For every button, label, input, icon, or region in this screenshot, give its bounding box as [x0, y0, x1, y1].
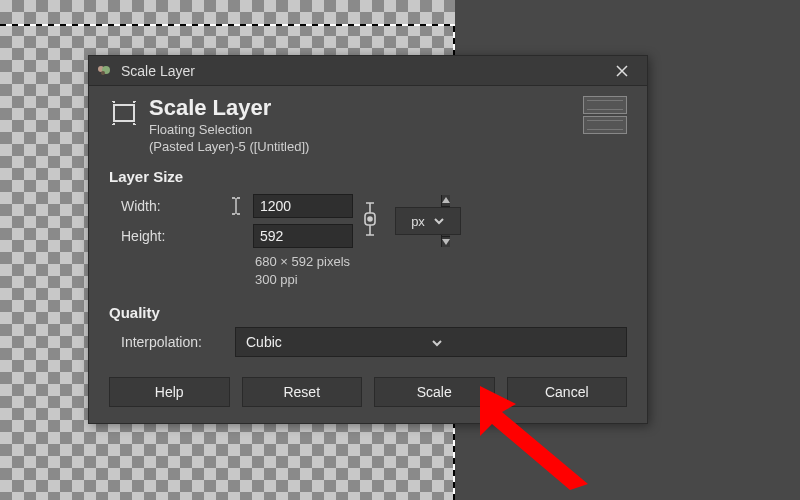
- layer-size-heading: Layer Size: [109, 168, 627, 185]
- interpolation-label: Interpolation:: [109, 334, 235, 350]
- height-step-down[interactable]: [442, 237, 450, 248]
- header-title: Scale Layer: [149, 96, 309, 120]
- chevron-down-icon: [433, 215, 445, 227]
- scale-button[interactable]: Scale: [374, 377, 495, 407]
- interpolation-value: Cubic: [246, 334, 431, 350]
- svg-point-5: [368, 217, 372, 221]
- cancel-button[interactable]: Cancel: [507, 377, 628, 407]
- svg-point-2: [101, 71, 105, 75]
- header-sub2: (Pasted Layer)-5 ([Untitled]): [149, 139, 309, 154]
- pixel-dims: 680 × 592 pixels: [255, 253, 627, 271]
- dialog-title: Scale Layer: [121, 63, 603, 79]
- unit-dropdown[interactable]: px: [395, 207, 461, 235]
- height-input[interactable]: [253, 224, 353, 248]
- dialog-titlebar[interactable]: Scale Layer: [89, 56, 647, 86]
- layer-frame-icon: [109, 100, 139, 126]
- height-label: Height:: [109, 228, 219, 244]
- unit-value: px: [411, 214, 425, 229]
- text-cursor-icon: [229, 197, 243, 218]
- interpolation-dropdown[interactable]: Cubic: [235, 327, 627, 357]
- chevron-down-icon: [431, 336, 616, 348]
- quality-heading: Quality: [109, 304, 627, 321]
- scale-layer-dialog: Scale Layer Scale Layer Floating Selecti…: [88, 55, 648, 424]
- layer-thumbnail: [583, 96, 627, 134]
- close-button[interactable]: [603, 60, 641, 82]
- aspect-link-icon[interactable]: [359, 199, 381, 243]
- width-step-up[interactable]: [442, 195, 450, 207]
- app-icon: [95, 62, 113, 80]
- header-sub1: Floating Selection: [149, 122, 309, 137]
- width-label: Width:: [109, 198, 219, 214]
- help-button[interactable]: Help: [109, 377, 230, 407]
- reset-button[interactable]: Reset: [242, 377, 363, 407]
- svg-rect-3: [114, 105, 134, 121]
- width-input[interactable]: [253, 194, 353, 218]
- resolution: 300 ppi: [255, 271, 627, 289]
